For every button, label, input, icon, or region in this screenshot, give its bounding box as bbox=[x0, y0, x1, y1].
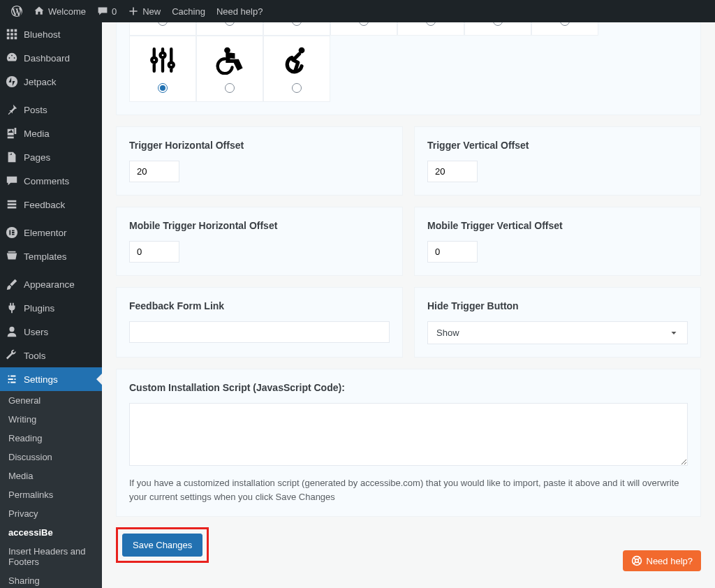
icon-option-5[interactable] bbox=[397, 22, 464, 36]
icon-option-wheelchair[interactable] bbox=[196, 36, 263, 102]
sidebar-item-bluehost[interactable]: Bluehost bbox=[0, 22, 102, 46]
mv-offset-card: Mobile Trigger Vertical Offset bbox=[414, 207, 701, 276]
mh-offset-card: Mobile Trigger Horizontal Offset bbox=[116, 207, 403, 276]
sidebar-item-pages[interactable]: Pages bbox=[0, 145, 102, 169]
svg-point-0 bbox=[6, 76, 17, 87]
comment-icon bbox=[6, 175, 18, 187]
mh-offset-label: Mobile Trigger Horizontal Offset bbox=[129, 220, 390, 231]
h-offset-card: Trigger Horizontal Offset bbox=[116, 126, 403, 196]
comments-count: 0 bbox=[112, 6, 117, 17]
sidebar-item-dashboard[interactable]: Dashboard bbox=[0, 46, 102, 70]
feedback-card: Feedback Form Link bbox=[116, 287, 403, 358]
sidebar-item-elementor[interactable]: Elementor bbox=[0, 221, 102, 244]
icon-grid-row2 bbox=[129, 36, 688, 102]
sidebar-item-jetpack[interactable]: Jetpack bbox=[0, 70, 102, 94]
wordpress-icon bbox=[11, 6, 22, 17]
radio-icon bbox=[292, 22, 302, 26]
caching-link[interactable]: Caching bbox=[166, 0, 211, 22]
offset-row: Trigger Horizontal Offset Trigger Vertic… bbox=[116, 126, 701, 196]
settings-icon bbox=[6, 373, 18, 385]
radio-icon bbox=[225, 22, 235, 26]
wrench-icon bbox=[6, 349, 18, 362]
icon-option-4[interactable] bbox=[330, 22, 397, 36]
script-textarea[interactable] bbox=[129, 403, 688, 466]
radio-icon bbox=[292, 83, 302, 93]
pin-icon bbox=[6, 103, 18, 116]
media-icon bbox=[6, 127, 18, 140]
new-content-link[interactable]: New bbox=[122, 0, 166, 22]
wheelchair-icon bbox=[215, 45, 244, 75]
sidebar-item-settings[interactable]: Settings bbox=[0, 367, 102, 391]
lifebuoy-icon bbox=[631, 555, 642, 566]
icon-select-card bbox=[116, 22, 701, 115]
icon-option-wheelchair-motion[interactable] bbox=[263, 36, 330, 102]
icon-option-7[interactable] bbox=[531, 22, 598, 36]
main-content: Trigger Horizontal Offset Trigger Vertic… bbox=[102, 22, 715, 588]
grid-icon bbox=[6, 28, 18, 41]
site-name-link[interactable]: Welcome bbox=[28, 0, 91, 22]
sidebar-item-comments[interactable]: Comments bbox=[0, 169, 102, 193]
admin-sidebar: Bluehost Dashboard Jetpack Posts Media P… bbox=[0, 22, 102, 588]
h-offset-label: Trigger Horizontal Offset bbox=[129, 140, 390, 151]
brush-icon bbox=[6, 278, 18, 291]
v-offset-input[interactable] bbox=[427, 161, 478, 182]
sidebar-item-feedback[interactable]: Feedback bbox=[0, 193, 102, 216]
pages-icon bbox=[6, 151, 18, 163]
mv-offset-input[interactable] bbox=[427, 241, 478, 263]
v-offset-label: Trigger Vertical Offset bbox=[427, 140, 688, 151]
need-help-button[interactable]: Need help? bbox=[623, 550, 702, 571]
templates-icon bbox=[6, 250, 18, 263]
new-label: New bbox=[142, 6, 161, 17]
hide-select[interactable]: Show bbox=[427, 321, 688, 344]
submenu-writing[interactable]: Writing bbox=[0, 410, 102, 429]
icon-option-sliders[interactable] bbox=[129, 36, 196, 102]
submenu-media[interactable]: Media bbox=[0, 466, 102, 485]
mobile-offset-row: Mobile Trigger Horizontal Offset Mobile … bbox=[116, 207, 701, 276]
icon-option-1[interactable] bbox=[129, 22, 196, 36]
hide-trigger-card: Hide Trigger Button Show bbox=[414, 287, 701, 358]
radio-icon bbox=[158, 22, 168, 26]
plus-icon bbox=[128, 6, 139, 17]
comments-link[interactable]: 0 bbox=[91, 0, 122, 22]
need-help-label: Need help? bbox=[647, 556, 693, 566]
sidebar-item-posts[interactable]: Posts bbox=[0, 98, 102, 122]
submenu-privacy[interactable]: Privacy bbox=[0, 504, 102, 523]
radio-icon bbox=[560, 22, 570, 26]
sidebar-item-appearance[interactable]: Appearance bbox=[0, 272, 102, 296]
radio-icon bbox=[426, 22, 436, 26]
submenu-general[interactable]: General bbox=[0, 391, 102, 410]
admin-bar: Welcome 0 New Caching Need help? bbox=[0, 0, 715, 22]
h-offset-input[interactable] bbox=[129, 161, 179, 182]
submenu-sharing[interactable]: Sharing bbox=[0, 571, 102, 588]
home-icon bbox=[34, 6, 45, 17]
feedback-input[interactable] bbox=[129, 321, 390, 343]
wheelchair-motion-icon bbox=[282, 45, 311, 75]
chevron-down-icon bbox=[669, 328, 679, 338]
feedback-icon bbox=[6, 198, 18, 211]
submenu-permalinks[interactable]: Permalinks bbox=[0, 485, 102, 504]
submenu-accessibe[interactable]: accessiBe bbox=[0, 523, 102, 542]
icon-option-6[interactable] bbox=[464, 22, 531, 36]
wp-logo[interactable] bbox=[6, 0, 28, 22]
icon-option-2[interactable] bbox=[196, 22, 263, 36]
radio-icon bbox=[225, 83, 235, 93]
mh-offset-input[interactable] bbox=[129, 241, 179, 263]
need-help-link[interactable]: Need help? bbox=[211, 0, 269, 22]
save-button[interactable]: Save Changes bbox=[122, 534, 202, 557]
feedback-hide-row: Feedback Form Link Hide Trigger Button S… bbox=[116, 287, 701, 358]
icon-option-3[interactable] bbox=[263, 22, 330, 36]
submenu-discussion[interactable]: Discussion bbox=[0, 448, 102, 466]
site-name: Welcome bbox=[48, 6, 86, 17]
sliders-icon bbox=[148, 45, 177, 75]
submenu-reading[interactable]: Reading bbox=[0, 429, 102, 448]
svg-point-6 bbox=[635, 559, 638, 563]
sidebar-item-plugins[interactable]: Plugins bbox=[0, 296, 102, 320]
sidebar-item-users[interactable]: Users bbox=[0, 320, 102, 344]
submenu-headers-footers[interactable]: Insert Headers and Footers bbox=[0, 542, 102, 571]
hide-label: Hide Trigger Button bbox=[427, 300, 688, 311]
sidebar-item-tools[interactable]: Tools bbox=[0, 344, 102, 367]
mv-offset-label: Mobile Trigger Vertical Offset bbox=[427, 220, 688, 231]
sidebar-item-templates[interactable]: Templates bbox=[0, 244, 102, 268]
sidebar-item-media[interactable]: Media bbox=[0, 122, 102, 145]
plugin-icon bbox=[6, 302, 18, 314]
